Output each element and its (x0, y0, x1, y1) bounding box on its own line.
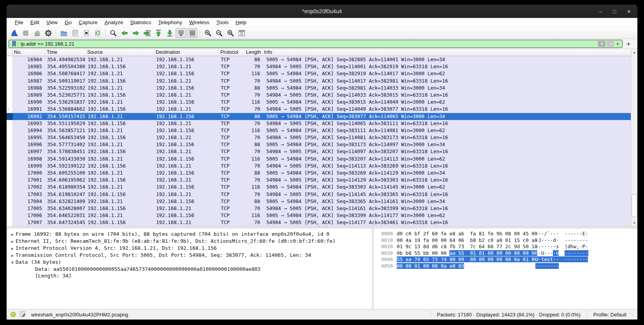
packet-row-17004[interactable]: 17004354.632821409192.168.1.21192.168.1.… (7, 198, 637, 205)
menu-file[interactable]: File (11, 18, 27, 26)
packet-row-16997[interactable]: 16997354.578838451192.168.1.156192.168.1… (7, 148, 637, 155)
go-to-packet-button[interactable] (142, 28, 152, 38)
packet-row-17003[interactable]: 17003354.619810247192.168.1.156192.168.1… (7, 191, 637, 198)
open-file-button[interactable] (58, 28, 69, 38)
packet-row-16995[interactable]: 16995354.564653450192.168.1.156192.168.1… (7, 134, 637, 141)
column-header-destination[interactable]: Destination (155, 49, 219, 56)
detail-item[interactable]: ▶Transmission Control Protocol, Src Port… (9, 252, 372, 259)
detail-item[interactable]: ▶Frame 16992: 88 bytes on wire (704 bits… (9, 231, 372, 238)
hex-row-0020[interactable]: 002001 9c 13 8d d6 c8 fb 73 7c 64 68 77 … (381, 244, 637, 250)
column-header-protocol[interactable]: Protocol (219, 49, 245, 56)
find-packet-button[interactable] (108, 28, 118, 38)
zoom-out-button[interactable] (214, 28, 224, 38)
collapsed-arrow-icon[interactable]: ▶ (9, 231, 16, 238)
maximize-button[interactable]: □ (613, 9, 616, 14)
expanded-arrow-icon[interactable]: ▼ (9, 259, 16, 266)
zoom-in-button[interactable] (202, 28, 213, 38)
menu-telephony[interactable]: Telephony (155, 18, 186, 26)
scrollbar-thumb[interactable] (632, 194, 637, 217)
column-header-info[interactable]: Info (263, 49, 637, 56)
title-bar[interactable]: *enp0s20f0u4u4 –□✕ (7, 5, 637, 18)
packet-row-16998[interactable]: 16998354.591433030192.168.1.21192.168.1.… (7, 155, 637, 162)
expert-info-icon[interactable] (11, 312, 16, 317)
collapsed-arrow-icon[interactable]: ▶ (9, 245, 16, 252)
menu-tools[interactable]: Tools (213, 18, 232, 26)
menu-help[interactable]: Help (232, 18, 250, 26)
hex-row-0040[interactable]: 004055 aa 74 65 73 74 00 00 00 00 00 00 … (381, 256, 637, 263)
scroll-up-icon[interactable]: ▲ (631, 49, 637, 55)
close-file-button[interactable] (81, 28, 91, 38)
detail-item[interactable]: [Length: 34] (9, 272, 372, 279)
apply-filter-button[interactable]: ➝ (607, 41, 614, 47)
menu-capture[interactable]: Capture (75, 18, 101, 26)
packet-row-16986[interactable]: 16986354.508768417192.168.1.21192.168.1.… (7, 70, 637, 77)
start-capture-button[interactable] (9, 28, 19, 38)
minimize-button[interactable]: – (599, 9, 602, 14)
packet-row-16993[interactable]: 16993354.551195029192.168.1.156192.168.1… (7, 120, 637, 127)
filter-text[interactable]: ip.addr == 192.168.1.21 (18, 41, 597, 47)
display-filter-input[interactable]: ip.addr == 192.168.1.21 ✕ ➝ ▼ (9, 40, 623, 48)
packet-row-16999[interactable]: 16999354.592199122192.168.1.156192.168.1… (7, 162, 637, 170)
packet-row-17000[interactable]: 17000354.605255100192.168.1.21192.168.1.… (7, 170, 637, 177)
collapsed-arrow-icon[interactable]: ▶ (9, 252, 16, 259)
column-header-no[interactable]: No. (13, 49, 46, 56)
column-header-length[interactable]: Length (245, 49, 263, 56)
menu-go[interactable]: Go (61, 18, 75, 26)
hex-row-0000[interactable]: 0000d0 c0 bf 2f 60 fe e8 ab fa 81 fe 9b … (381, 231, 637, 237)
hex-row-0050[interactable]: 005000 00 01 00 00 0a e8 03········ (381, 263, 637, 270)
reload-file-button[interactable] (92, 28, 103, 38)
auto-scroll-button[interactable] (176, 28, 186, 38)
menu-analyze[interactable]: Analyze (101, 18, 127, 26)
detail-item[interactable]: ▶Internet Protocol Version 4, Src: 192.1… (9, 245, 372, 252)
detail-item[interactable]: Data: aa55010100000000000055aa7465737400… (9, 266, 372, 272)
capture-comment-icon[interactable] (19, 311, 26, 318)
go-forward-button[interactable] (130, 28, 141, 38)
clear-filter-button[interactable]: ✕ (598, 41, 605, 47)
column-header-source[interactable]: Source (86, 49, 155, 56)
close-button[interactable]: ✕ (627, 9, 631, 14)
bookmark-icon[interactable] (10, 41, 18, 47)
profile-label[interactable]: Profile: Default (593, 312, 626, 318)
restart-capture-button[interactable] (32, 28, 42, 38)
packet-row-17006[interactable]: 17006354.646522031192.168.1.21192.168.1.… (7, 212, 637, 219)
packet-row-16987[interactable]: 16987354.509119017192.168.1.156192.168.1… (7, 78, 637, 85)
packet-row-16988[interactable]: 16988354.522593102192.168.1.21192.168.1.… (7, 85, 637, 92)
stop-capture-button[interactable] (20, 28, 31, 38)
hex-row-0010[interactable]: 001000 4a 19 fa 00 00 64 06 b8 b2 c0 a8 … (381, 237, 637, 244)
menu-statistics[interactable]: Statistics (127, 18, 155, 26)
detail-item[interactable]: ▼Data (34 bytes) (9, 259, 372, 266)
packet-row-16989[interactable]: 16989354.523025771192.168.1.156192.168.1… (7, 92, 637, 99)
add-filter-button[interactable]: + (626, 40, 630, 48)
zoom-reset-button[interactable] (225, 28, 236, 38)
packet-row-16990[interactable]: 16990354.536291837192.168.1.21192.168.1.… (7, 99, 637, 106)
column-header-time[interactable]: Time (46, 49, 86, 56)
packet-row-17001[interactable]: 17001354.606195962192.168.1.156192.168.1… (7, 177, 637, 184)
menu-edit[interactable]: Edit (27, 18, 43, 26)
go-last-button[interactable] (164, 28, 175, 38)
menu-wireless[interactable]: Wireless (186, 18, 213, 26)
packet-row-17002[interactable]: 17002354.618980354192.168.1.21192.168.1.… (7, 184, 637, 191)
capture-options-button[interactable] (43, 28, 53, 38)
packet-row-17005[interactable]: 17005354.634028007192.168.1.156192.168.1… (7, 205, 637, 212)
save-file-button[interactable] (70, 28, 80, 38)
resize-columns-button[interactable] (236, 28, 247, 38)
horizontal-splitter[interactable] (7, 226, 637, 228)
scroll-down-icon[interactable]: ▼ (631, 220, 637, 226)
menu-view[interactable]: View (43, 18, 61, 26)
packet-row-16996[interactable]: 16996354.577731402192.168.1.21192.168.1.… (7, 141, 637, 148)
packet-row-16994[interactable]: 16994354.563857121192.168.1.21192.168.1.… (7, 127, 637, 134)
packet-row-16992[interactable]: 16992354.550157415192.168.1.21192.168.1.… (7, 113, 637, 120)
go-first-button[interactable] (153, 28, 164, 38)
colorize-button[interactable] (187, 28, 197, 38)
hex-row-0030[interactable]: 00300b b8 55 bb 00 00 aa 55 01 01 00 00 … (381, 250, 637, 257)
resize-grip-icon[interactable] (630, 312, 634, 317)
packet-row-16991[interactable]: ✓16991354.536884662192.168.1.156192.168.… (7, 106, 637, 113)
packet-list-scrollbar[interactable]: ▲ ▼ (631, 49, 637, 226)
detail-item[interactable]: ▶Ethernet II, Src: ReecamTech_81:fe:9b (… (9, 238, 372, 245)
go-back-button[interactable] (119, 28, 130, 38)
capture-filename[interactable]: wireshark_enp0s20f0u4u432PHM2.pcapng (31, 312, 128, 318)
packet-row-16984[interactable]: 16984354.494982534192.168.1.21192.168.1.… (7, 56, 637, 63)
collapsed-arrow-icon[interactable]: ▶ (9, 238, 16, 245)
packet-row-16985[interactable]: 16985354.495504380192.168.1.156192.168.1… (7, 63, 637, 70)
filter-dropdown-icon[interactable]: ▼ (614, 42, 621, 46)
